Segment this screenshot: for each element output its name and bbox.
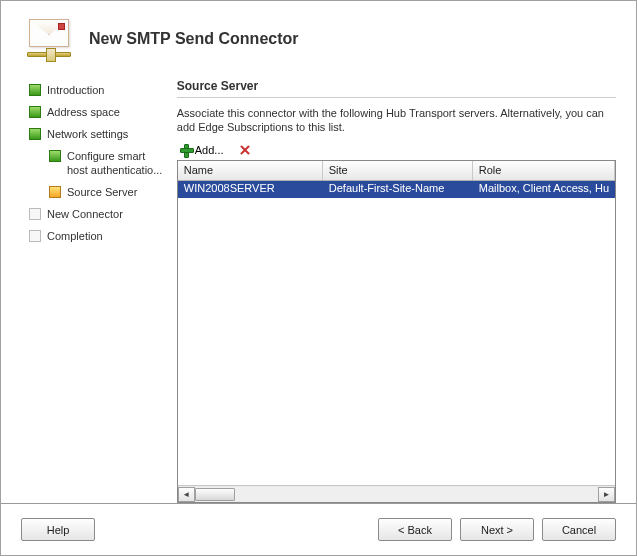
help-button[interactable]: Help	[21, 518, 95, 541]
step-done-icon	[49, 150, 61, 162]
add-button-label: Add...	[195, 144, 224, 156]
step-label: Introduction	[47, 83, 104, 97]
header: New SMTP Send Connector	[1, 1, 636, 71]
scroll-thumb[interactable]	[195, 488, 235, 501]
grid-header: Name Site Role	[178, 161, 615, 181]
step-configure-smart-host-auth[interactable]: Configure smart host authenticatio...	[29, 145, 167, 181]
step-label: Network settings	[47, 127, 128, 141]
column-header-name[interactable]: Name	[178, 161, 323, 180]
step-network-settings[interactable]: Network settings	[29, 123, 167, 145]
wizard-title: New SMTP Send Connector	[89, 30, 299, 48]
scroll-left-icon[interactable]: ◄	[178, 487, 195, 502]
table-row[interactable]: WIN2008SERVER Default-First-Site-Name Ma…	[178, 181, 615, 198]
step-completion[interactable]: Completion	[29, 225, 167, 247]
add-button[interactable]: Add...	[177, 142, 226, 158]
step-address-space[interactable]: Address space	[29, 101, 167, 123]
step-active-icon	[49, 186, 61, 198]
step-label: New Connector	[47, 207, 123, 221]
servers-grid: Name Site Role WIN2008SERVER Default-Fir…	[177, 160, 616, 503]
step-label: Configure smart host authenticatio...	[67, 149, 167, 177]
column-header-site[interactable]: Site	[323, 161, 473, 180]
content-panel: Source Server Associate this connector w…	[167, 71, 616, 503]
footer: Help < Back Next > Cancel	[1, 503, 636, 555]
step-pending-icon	[29, 230, 41, 242]
step-done-icon	[29, 128, 41, 140]
body: Introduction Address space Network setti…	[1, 71, 636, 503]
cell-site: Default-First-Site-Name	[323, 181, 473, 198]
column-header-role[interactable]: Role	[473, 161, 615, 180]
cell-name: WIN2008SERVER	[178, 181, 323, 198]
cancel-button[interactable]: Cancel	[542, 518, 616, 541]
step-introduction[interactable]: Introduction	[29, 79, 167, 101]
step-new-connector[interactable]: New Connector	[29, 203, 167, 225]
step-label: Address space	[47, 105, 120, 119]
footer-nav-buttons: < Back Next > Cancel	[378, 518, 616, 541]
step-label: Source Server	[67, 185, 137, 199]
step-source-server[interactable]: Source Server	[29, 181, 167, 203]
cell-role: Mailbox, Client Access, Hu	[473, 181, 615, 198]
section-title: Source Server	[177, 79, 616, 98]
plus-icon	[179, 143, 193, 157]
horizontal-scrollbar[interactable]: ◄ ►	[178, 485, 615, 502]
grid-toolbar: Add...	[177, 142, 616, 158]
step-done-icon	[29, 84, 41, 96]
delete-icon	[238, 143, 252, 157]
back-button[interactable]: < Back	[378, 518, 452, 541]
step-label: Completion	[47, 229, 103, 243]
grid-body[interactable]: WIN2008SERVER Default-First-Site-Name Ma…	[178, 181, 615, 485]
scroll-track[interactable]	[195, 487, 598, 502]
smtp-connector-icon	[29, 15, 77, 63]
wizard-steps-sidebar: Introduction Address space Network setti…	[29, 71, 167, 503]
step-pending-icon	[29, 208, 41, 220]
next-button[interactable]: Next >	[460, 518, 534, 541]
section-description: Associate this connector with the follow…	[177, 106, 616, 134]
wizard-dialog: New SMTP Send Connector Introduction Add…	[0, 0, 637, 556]
scroll-right-icon[interactable]: ►	[598, 487, 615, 502]
remove-button[interactable]	[236, 142, 254, 158]
step-done-icon	[29, 106, 41, 118]
